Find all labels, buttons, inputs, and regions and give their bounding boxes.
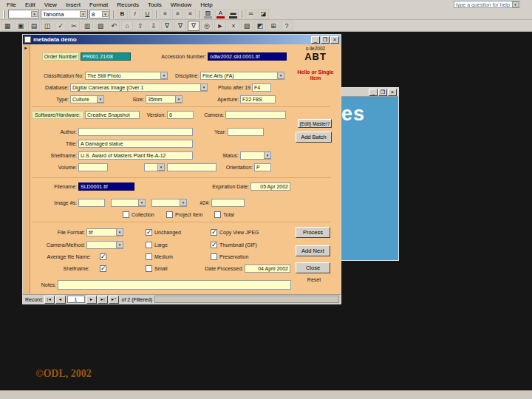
paste-icon[interactable]: ▧ xyxy=(95,21,106,31)
line-color-button[interactable]: ▬ xyxy=(228,9,239,19)
issue-field[interactable] xyxy=(167,163,216,171)
close-icon[interactable]: × xyxy=(388,89,397,96)
new-object-icon[interactable]: ⊞ xyxy=(267,21,279,31)
image-combo-1[interactable]: ▾ xyxy=(111,199,146,207)
shelfname-checkbox[interactable] xyxy=(100,265,106,272)
menu-item[interactable]: Edit xyxy=(21,1,40,9)
date-processed-field[interactable]: 04 April 2002 xyxy=(245,265,290,273)
menu-item[interactable]: Window xyxy=(166,1,196,9)
record-position-field[interactable]: 1 xyxy=(67,296,85,303)
thumbnail-gif-checkbox[interactable]: Thumbnail (GIF) xyxy=(211,241,257,248)
save-icon[interactable]: ▣ xyxy=(15,21,27,31)
font-size-combo[interactable]: 8 ▾ xyxy=(89,10,110,18)
close-form-button[interactable]: Close xyxy=(296,262,330,273)
properties-icon[interactable]: ▨ xyxy=(241,21,253,31)
type-combo[interactable]: Culture ▾ xyxy=(70,95,104,103)
image-combo-2[interactable]: ▾ xyxy=(151,199,187,207)
new-record-button[interactable]: ►* xyxy=(109,296,119,304)
database-combo[interactable]: Digital Cameras Image (Over 1 ▾ xyxy=(70,83,208,92)
accession-number-field[interactable]: odlw2002.slid.0001.tif xyxy=(208,52,287,61)
discipline-combo[interactable]: Fine Arts (FA) ▾ xyxy=(200,72,284,80)
add-batch-button[interactable]: Add Batch xyxy=(296,132,332,143)
line-width-button[interactable]: ═ xyxy=(245,9,256,19)
menu-item[interactable]: Format xyxy=(85,1,112,9)
first-record-button[interactable]: |◄ xyxy=(44,296,55,304)
italic-button[interactable]: I xyxy=(129,9,140,19)
object-select-combo[interactable]: ▾ xyxy=(8,10,39,18)
filter-by-selection-icon[interactable]: ∇ xyxy=(161,21,173,31)
delete-record-icon[interactable]: × xyxy=(228,21,239,31)
horizontal-scrollbar[interactable] xyxy=(154,296,339,303)
author-field[interactable] xyxy=(78,128,193,136)
edit-master-button[interactable]: (Edit) Master? xyxy=(298,119,332,128)
large-checkbox[interactable]: Large xyxy=(146,241,168,248)
total-checkbox[interactable]: Total xyxy=(214,211,234,218)
add-next-button[interactable]: Add Next xyxy=(296,245,330,256)
status-combo[interactable]: ▾ xyxy=(240,151,271,160)
version-field[interactable]: 6 xyxy=(167,111,194,119)
reset-link[interactable]: Reset xyxy=(302,276,326,284)
maximize-button[interactable]: ❐ xyxy=(321,36,330,44)
undo-icon[interactable]: ↶ xyxy=(108,21,120,31)
collection-checkbox[interactable]: Collection xyxy=(123,211,154,218)
sort-descending-icon[interactable]: ⇩ xyxy=(148,21,160,31)
align-center-button[interactable]: ≡ xyxy=(172,9,183,19)
help-icon[interactable]: ? xyxy=(281,21,293,31)
menu-item[interactable]: View xyxy=(40,1,61,9)
expiration-date-field[interactable]: 05 Apr 2002 xyxy=(250,183,290,191)
aperture-field[interactable]: F22 F8S xyxy=(240,95,276,103)
notes-field[interactable] xyxy=(58,280,291,290)
file-format-combo[interactable]: tif ▾ xyxy=(86,228,123,236)
process-button[interactable]: Process xyxy=(296,227,330,238)
print-icon[interactable]: ▤ xyxy=(28,21,40,31)
help-question-input[interactable]: type a question for help ▾ xyxy=(454,1,520,8)
copy-icon[interactable]: ▥ xyxy=(81,21,93,31)
special-effect-button[interactable]: ◪ xyxy=(258,9,269,19)
preservation-checkbox[interactable]: Preservation xyxy=(211,253,248,260)
database-window-icon[interactable]: ◩ xyxy=(254,21,266,31)
volume-field[interactable] xyxy=(78,163,108,171)
minimize-button[interactable]: _ xyxy=(369,89,378,96)
minimize-button[interactable]: _ xyxy=(311,36,320,44)
copy-view-jpeg-checkbox[interactable]: Copy View JPEG xyxy=(211,228,259,236)
number-combo[interactable]: ▾ xyxy=(144,163,165,171)
toolbar-grip[interactable] xyxy=(3,10,5,18)
previous-record-button[interactable]: ◄ xyxy=(55,296,66,304)
camera-method-combo[interactable]: ▾ xyxy=(86,241,123,249)
maximize-button[interactable]: ❐ xyxy=(378,89,387,96)
last-record-button[interactable]: ►| xyxy=(98,296,108,304)
background-window-titlebar[interactable]: _ ❐ × xyxy=(337,88,398,97)
cut-icon[interactable]: ✂ xyxy=(68,21,80,31)
menu-item[interactable]: Insert xyxy=(61,1,85,9)
software-hardware-field[interactable]: Creative Snapshot xyxy=(85,111,140,119)
average-file-name-checkbox[interactable] xyxy=(100,253,106,260)
next-record-button[interactable]: ► xyxy=(86,296,97,304)
record-selector-strip[interactable] xyxy=(23,44,30,296)
spelling-icon[interactable]: ✓ xyxy=(55,21,66,31)
apply-filter-icon[interactable]: ∇ xyxy=(188,21,200,31)
font-name-combo[interactable]: Tahoma ▾ xyxy=(41,10,88,18)
menu-item[interactable]: Tools xyxy=(143,1,166,9)
year-field[interactable] xyxy=(228,128,264,136)
medium-checkbox[interactable]: Medium xyxy=(146,253,173,260)
classification-combo[interactable]: The Still Photo ▾ xyxy=(85,72,168,80)
number-2-field[interactable] xyxy=(211,199,245,207)
filename-field[interactable]: SLD0001.tif xyxy=(78,183,134,191)
order-number-field[interactable]: PR001 21/08 xyxy=(81,52,131,61)
image-number-field[interactable] xyxy=(78,199,105,207)
camera-field[interactable] xyxy=(225,111,286,119)
print-preview-icon[interactable]: ◫ xyxy=(41,21,53,31)
menu-item[interactable]: File xyxy=(2,1,21,9)
align-right-button[interactable]: ≡ xyxy=(185,9,196,19)
view-icon[interactable]: ▦ xyxy=(1,21,13,31)
sort-ascending-icon[interactable]: ⇧ xyxy=(134,21,146,31)
font-color-button[interactable]: A xyxy=(215,9,226,19)
align-left-button[interactable]: ≡ xyxy=(160,9,171,19)
bold-button[interactable]: B xyxy=(117,9,128,19)
photo-after-field[interactable]: F4 xyxy=(252,83,271,92)
orientation-field[interactable]: P xyxy=(254,163,271,171)
underline-button[interactable]: U xyxy=(142,9,153,19)
fill-color-button[interactable]: ▨ xyxy=(202,9,214,19)
new-record-icon[interactable]: ► xyxy=(214,21,226,31)
filter-by-form-icon[interactable]: ∇ xyxy=(174,21,186,31)
